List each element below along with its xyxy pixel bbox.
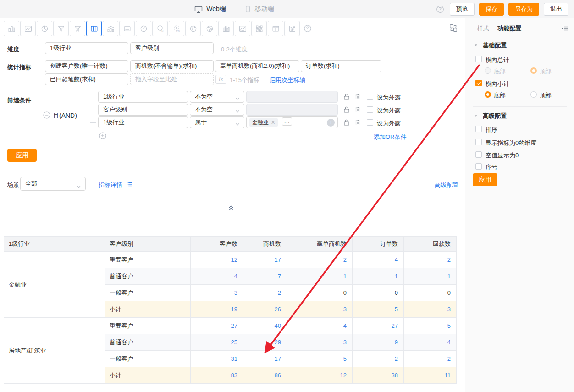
- caret-down-icon[interactable]: [474, 113, 478, 120]
- row-subtotal-checkbox[interactable]: [475, 80, 482, 86]
- map-cn-icon[interactable]: CN: [152, 21, 168, 36]
- value-cell[interactable]: 3: [191, 285, 243, 301]
- lock-icon[interactable]: [343, 119, 350, 127]
- add-value-icon[interactable]: +: [327, 119, 335, 127]
- dimension-field-1[interactable]: 1级行业: [45, 42, 128, 54]
- add-filter-icon[interactable]: [99, 132, 106, 139]
- table-icon[interactable]: [86, 21, 102, 36]
- fx-formula-icon[interactable]: fx: [215, 75, 226, 84]
- area-line-icon[interactable]: [235, 21, 250, 36]
- lock-icon[interactable]: [343, 93, 350, 102]
- world-map-bubble-icon[interactable]: [202, 21, 217, 36]
- filter-3-operator-select[interactable]: 属于: [190, 116, 244, 128]
- value-cell[interactable]: 7: [243, 268, 287, 285]
- metric-drop-zone[interactable]: 拖入字段至此处: [130, 73, 214, 85]
- value-cell[interactable]: 31: [191, 351, 243, 367]
- lock-icon[interactable]: [343, 106, 350, 115]
- value-cell[interactable]: 5: [404, 318, 457, 334]
- subtotal-value-cell[interactable]: 26: [243, 301, 287, 318]
- filter-1-operator-select[interactable]: 不为空: [190, 91, 244, 103]
- subtotal-value-cell[interactable]: 19: [191, 301, 243, 318]
- gauge-icon[interactable]: [136, 21, 151, 36]
- subtotal-value-cell[interactable]: 3: [287, 301, 353, 318]
- caret-down-icon[interactable]: [474, 42, 478, 49]
- funnel-icon[interactable]: [53, 21, 69, 36]
- value-cell[interactable]: 40: [243, 318, 287, 334]
- filter-3-value[interactable]: 金融业 ✕ … +: [246, 116, 338, 128]
- filter-2-operator-select[interactable]: 不为空: [190, 104, 244, 116]
- tab-function-config[interactable]: 功能配置: [497, 24, 521, 33]
- histogram-icon[interactable]: [218, 21, 234, 36]
- collapse-panel-icon[interactable]: [561, 25, 568, 33]
- more-values-button[interactable]: …: [282, 117, 292, 126]
- subtotal-value-cell[interactable]: 38: [353, 367, 404, 384]
- value-cell[interactable]: 1: [353, 268, 404, 285]
- switch-view-icon[interactable]: [449, 24, 458, 33]
- pie-chart-icon[interactable]: [37, 21, 52, 36]
- card-icon[interactable]: [119, 21, 135, 36]
- map-cn-bubble-icon[interactable]: CN: [169, 21, 184, 36]
- advanced-option-checkbox[interactable]: [475, 151, 482, 158]
- exit-button[interactable]: 退出: [544, 3, 568, 16]
- filter-3-field[interactable]: 1级行业: [98, 116, 188, 128]
- advanced-config-link[interactable]: 高级配置: [435, 181, 458, 189]
- crosstab-icon[interactable]: [268, 21, 283, 36]
- expose-checkbox-3[interactable]: [367, 119, 373, 126]
- line-chart-icon[interactable]: [20, 21, 36, 36]
- total-bottom-radio[interactable]: [485, 67, 491, 74]
- delete-icon[interactable]: [354, 93, 361, 102]
- value-cell[interactable]: 12: [191, 252, 243, 268]
- metric-field-1[interactable]: 创建客户数(唯一计数): [45, 60, 128, 72]
- subtotal-value-cell[interactable]: 3: [404, 301, 457, 318]
- advanced-option-checkbox[interactable]: [475, 139, 482, 145]
- chart-help-icon[interactable]: [302, 21, 314, 36]
- value-cell[interactable]: 25: [191, 334, 243, 351]
- remove-and-group-icon[interactable]: [43, 111, 50, 119]
- preview-button[interactable]: 预览: [450, 3, 475, 16]
- tab-web[interactable]: Web端: [194, 5, 226, 13]
- subtotal-bottom-radio[interactable]: [485, 91, 491, 98]
- subtotal-top-radio[interactable]: [530, 91, 537, 98]
- subtotal-value-cell[interactable]: 12: [287, 367, 353, 384]
- metric-field-2[interactable]: 商机数(不含输单)(求和): [130, 60, 214, 72]
- value-cell[interactable]: 1: [404, 268, 457, 285]
- scene-select[interactable]: 全部: [20, 177, 86, 191]
- value-cell[interactable]: 4: [287, 318, 353, 334]
- expose-checkbox-2[interactable]: [367, 106, 373, 113]
- advanced-option-checkbox[interactable]: [475, 163, 482, 170]
- value-cell[interactable]: 29: [243, 334, 287, 351]
- secondary-axis-link[interactable]: 启用次坐标轴: [270, 76, 305, 84]
- value-cell[interactable]: 4: [191, 268, 243, 285]
- apply-panel-button[interactable]: 应用: [473, 173, 497, 186]
- combo-chart-icon[interactable]: [103, 21, 118, 36]
- value-cell[interactable]: 2: [404, 252, 457, 268]
- subtotal-value-cell[interactable]: 11: [404, 367, 457, 384]
- heatmap-icon[interactable]: [251, 21, 267, 36]
- funnel-compare-icon[interactable]: [70, 21, 85, 36]
- value-cell[interactable]: 5: [287, 351, 353, 367]
- expose-checkbox-1[interactable]: [367, 94, 373, 100]
- metric-detail-link[interactable]: 指标详情: [99, 181, 132, 189]
- metric-field-5[interactable]: 已回款笔数(求和): [45, 73, 128, 85]
- help-icon[interactable]: [436, 5, 444, 13]
- add-or-condition-link[interactable]: 添加OR条件: [374, 133, 407, 141]
- subtotal-value-cell[interactable]: 83: [191, 367, 243, 384]
- metric-field-4[interactable]: 订单数(求和): [301, 60, 381, 72]
- value-cell[interactable]: 9: [353, 334, 404, 351]
- delete-icon[interactable]: [354, 119, 361, 127]
- value-cell[interactable]: 2: [287, 252, 353, 268]
- value-cell[interactable]: 27: [353, 318, 404, 334]
- value-cell[interactable]: 1: [287, 268, 353, 285]
- row-total-checkbox[interactable]: [475, 56, 482, 62]
- subtotal-value-cell[interactable]: 86: [243, 367, 287, 384]
- value-cell[interactable]: 2: [404, 351, 457, 367]
- subtotal-value-cell[interactable]: 5: [353, 301, 404, 318]
- value-cell[interactable]: 2: [353, 351, 404, 367]
- advanced-option-checkbox[interactable]: [475, 126, 482, 132]
- metric-field-3[interactable]: 赢单商机数(商机2.0)(求和): [215, 60, 299, 72]
- world-map-icon[interactable]: [185, 21, 201, 36]
- filter-1-field[interactable]: 1级行业: [98, 91, 188, 103]
- scatter-icon[interactable]: [284, 21, 300, 36]
- collapse-config-icon[interactable]: [227, 204, 235, 212]
- tab-mobile[interactable]: 移动端: [244, 5, 274, 13]
